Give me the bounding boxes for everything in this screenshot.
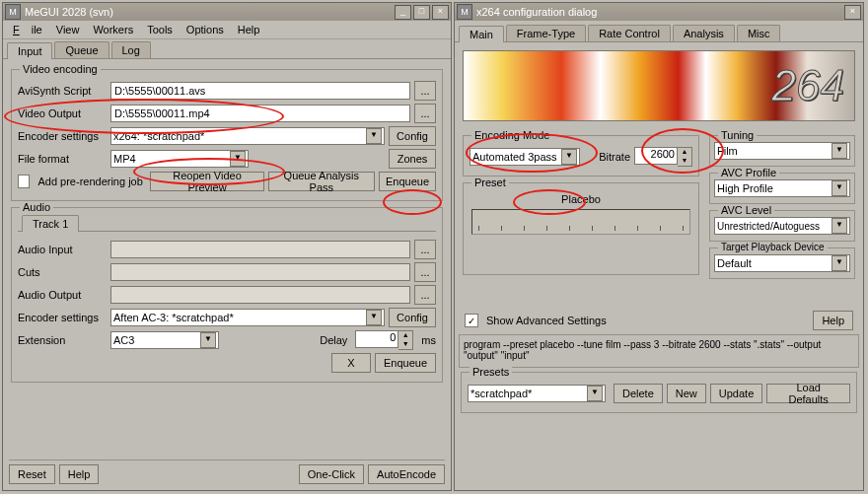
load-defaults-button[interactable]: Load Defaults: [766, 384, 850, 403]
x264-config-window: M x264 configuration dialog × Main Frame…: [454, 2, 864, 491]
tab-frame-type[interactable]: Frame-Type: [506, 25, 586, 41]
left-tabs: Input Queue Log: [3, 41, 451, 59]
chevron-down-icon: ▼: [587, 386, 603, 401]
footer-bar: Reset Help One-Click AutoEncode: [9, 459, 445, 484]
new-button[interactable]: New: [667, 384, 706, 403]
chevron-down-icon: ▼: [200, 332, 216, 348]
chevron-down-icon: ▼: [230, 151, 246, 167]
reset-button[interactable]: Reset: [9, 464, 55, 484]
tab-queue[interactable]: Queue: [54, 41, 108, 58]
chevron-down-icon: ▼: [832, 218, 847, 234]
encoder-settings-select[interactable]: x264: *scratchpad*▼: [110, 127, 385, 145]
tab-input[interactable]: Input: [7, 42, 52, 59]
cuts-field[interactable]: [110, 263, 410, 281]
help-button[interactable]: Help: [813, 311, 853, 330]
encoder-settings-label: Encoder settings: [18, 130, 107, 142]
tuning-group: Tuning Film▼: [709, 135, 855, 167]
audio-enqueue-button[interactable]: Enqueue: [375, 353, 436, 373]
audio-group: Audio Track 1 Audio Input ... Cuts ... A…: [11, 207, 443, 383]
video-output-input[interactable]: [110, 105, 410, 122]
browse-script-button[interactable]: ...: [414, 81, 436, 101]
menu-help[interactable]: Help: [232, 23, 266, 36]
browse-audio-in-button[interactable]: ...: [414, 240, 436, 259]
audio-config-button[interactable]: Config: [389, 308, 436, 327]
preset-group: Preset Placebo: [463, 182, 699, 275]
audio-encoder-select[interactable]: Aften AC-3: *scratchpad*▼: [110, 309, 385, 326]
add-pre-rendering-checkbox[interactable]: [18, 175, 30, 188]
browse-output-button[interactable]: ...: [414, 104, 436, 123]
add-pre-rendering-label: Add pre-rendering job: [37, 176, 146, 187]
min-button[interactable]: _: [395, 5, 411, 20]
app-icon: M: [5, 4, 21, 20]
target-device-group: Target Playback Device Default▼: [709, 247, 855, 279]
reopen-preview-button[interactable]: Reopen Video Preview: [150, 172, 263, 191]
megui-window: M MeGUI 2028 (svn) _ □ × File View Worke…: [2, 2, 452, 491]
menu-options[interactable]: Options: [181, 23, 230, 36]
menu-file[interactable]: File: [7, 23, 48, 36]
encoding-mode-select[interactable]: Automated 3pass▼: [470, 148, 580, 166]
titlebar-left: M MeGUI 2028 (svn) _ □ ×: [3, 3, 451, 21]
extension-select[interactable]: AC3▼: [110, 331, 219, 349]
help-button[interactable]: Help: [59, 464, 100, 484]
close-button[interactable]: ×: [432, 5, 449, 20]
show-advanced-checkbox[interactable]: ✓: [465, 314, 478, 327]
one-click-button[interactable]: One-Click: [299, 464, 364, 484]
file-format-select[interactable]: MP4▼: [110, 150, 249, 168]
window-title: x264 configuration dialog: [476, 6, 597, 18]
queue-analysis-button[interactable]: Queue Analysis Pass: [268, 172, 375, 191]
update-button[interactable]: Update: [710, 384, 762, 403]
app-icon: M: [457, 4, 472, 20]
presets-group: Presets *scratchpad*▼ Delete New Update …: [461, 372, 857, 413]
avc-profile-select[interactable]: High Profile▼: [714, 179, 850, 197]
group-legend: Video encoding: [20, 63, 101, 75]
group-legend: Audio: [20, 201, 53, 213]
presets-select[interactable]: *scratchpad*▼: [468, 385, 606, 402]
max-button[interactable]: □: [413, 5, 430, 20]
avc-level-select[interactable]: Unrestricted/Autoguess▼: [714, 217, 850, 235]
preset-slider[interactable]: [471, 209, 690, 235]
menu-view[interactable]: View: [50, 23, 86, 36]
audio-output-label: Audio Output: [18, 289, 107, 301]
audio-output-field[interactable]: [110, 286, 410, 304]
autoencode-button[interactable]: AutoEncode: [368, 464, 445, 484]
tab-rate-control[interactable]: Rate Control: [588, 25, 671, 41]
audio-input-field[interactable]: [110, 241, 410, 258]
menu-tools[interactable]: Tools: [141, 23, 179, 36]
bitrate-spinner[interactable]: 2600 ▲▼: [634, 147, 692, 167]
tab-analysis[interactable]: Analysis: [673, 25, 735, 41]
x264-logo: 264: [463, 50, 855, 121]
preset-name: Placebo: [470, 193, 692, 205]
video-enqueue-button[interactable]: Enqueue: [379, 172, 436, 191]
command-line: program --preset placebo --tune film --p…: [459, 334, 859, 368]
audio-x-button[interactable]: X: [331, 353, 371, 373]
tab-misc[interactable]: Misc: [737, 25, 781, 41]
avisynth-input[interactable]: [110, 82, 410, 100]
avc-level-group: AVC Level Unrestricted/Autoguess▼: [709, 210, 855, 242]
audio-input-label: Audio Input: [18, 244, 107, 255]
tuning-select[interactable]: Film▼: [714, 142, 850, 160]
titlebar-right: M x264 configuration dialog ×: [455, 3, 863, 21]
tab-track1[interactable]: Track 1: [22, 215, 79, 232]
chevron-down-icon: ▼: [561, 149, 577, 165]
video-encoding-group: Video encoding AviSynth Script ... Video…: [11, 69, 443, 201]
ms-label: ms: [421, 334, 436, 346]
delete-button[interactable]: Delete: [614, 384, 663, 403]
chevron-down-icon: ▼: [832, 143, 847, 159]
menubar[interactable]: File View Workers Tools Options Help: [3, 21, 451, 39]
menu-workers[interactable]: Workers: [87, 23, 139, 36]
avisynth-label: AviSynth Script: [18, 85, 107, 97]
chevron-down-icon: ▼: [832, 180, 847, 196]
browse-cuts-button[interactable]: ...: [414, 262, 436, 282]
target-device-select[interactable]: Default▼: [714, 254, 850, 272]
bitrate-label: Bitrate: [599, 151, 630, 163]
chevron-down-icon: ▼: [366, 128, 382, 144]
zones-button[interactable]: Zones: [389, 149, 436, 169]
close-button[interactable]: ×: [844, 5, 861, 20]
tab-log[interactable]: Log: [111, 41, 151, 58]
cuts-label: Cuts: [18, 266, 107, 278]
browse-audio-out-button[interactable]: ...: [414, 285, 436, 305]
tab-main[interactable]: Main: [459, 26, 504, 42]
chevron-down-icon: ▼: [366, 310, 382, 325]
delay-spinner[interactable]: 0 ▲▼: [355, 330, 413, 350]
config-button[interactable]: Config: [389, 126, 436, 146]
